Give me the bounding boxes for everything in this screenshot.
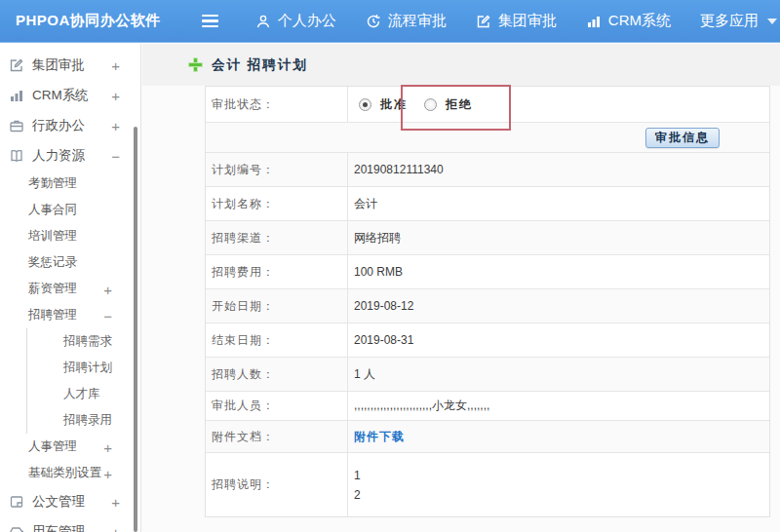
field-value: 会计 xyxy=(348,187,769,220)
collapse-icon[interactable]: − xyxy=(103,307,112,323)
expand-icon[interactable]: + xyxy=(103,281,112,297)
attachment-download-link[interactable]: 附件下载 xyxy=(354,429,405,445)
book-icon xyxy=(9,148,25,164)
nav-item-3[interactable]: 集团审批 xyxy=(476,12,557,30)
expand-icon[interactable]: + xyxy=(111,523,120,532)
field-value: 20190812111340 xyxy=(348,153,769,186)
sidebar-item-label: 人力资源 xyxy=(32,147,85,165)
field-value: 12 xyxy=(348,453,769,516)
nav-item-label: CRM系统 xyxy=(608,12,671,30)
sidebar-item-5[interactable]: 考勤管理 xyxy=(0,171,140,197)
expand-icon[interactable]: + xyxy=(103,465,112,481)
sidebar-scrollbar[interactable] xyxy=(134,127,137,532)
approval-info-button[interactable]: 审批信息 xyxy=(645,128,720,148)
nav-item-4[interactable]: CRM系统 xyxy=(586,12,671,30)
approval-radio-group: 批准 拒绝 xyxy=(354,96,481,113)
nav-item-5[interactable]: 更多应用 xyxy=(700,12,777,30)
sidebar-item-11[interactable]: 招聘需求 xyxy=(26,328,140,355)
add-icon xyxy=(188,57,203,72)
nav-item-label: 个人办公 xyxy=(278,12,336,30)
sidebar-item-label: 行政办公 xyxy=(32,117,85,134)
value-line: 1 xyxy=(354,469,361,482)
document-icon xyxy=(9,494,25,510)
sidebar-item-12[interactable]: 招聘计划 xyxy=(26,355,140,381)
nav-item-1[interactable]: 个人办公 xyxy=(255,12,336,30)
flow-icon xyxy=(366,14,381,29)
value-line: 2 xyxy=(354,488,361,502)
sidebar-item-1[interactable]: 集团审批+ xyxy=(0,50,140,80)
sidebar-item-label: 考勤管理 xyxy=(28,175,77,192)
sidebar-item-14[interactable]: 招聘录用 xyxy=(26,407,140,434)
sidebar: 集团审批+CRM系统+行政办公+人力资源−考勤管理人事合同培训管理奖惩记录薪资管… xyxy=(0,44,141,532)
nav-item-label: 流程审批 xyxy=(388,12,447,30)
form-row: 招聘说明：12 xyxy=(206,453,769,516)
form-row: 结束日期：2019-08-31 xyxy=(206,323,769,358)
field-label: 计划编号： xyxy=(206,153,348,186)
sidebar-item-10[interactable]: 招聘管理− xyxy=(0,302,140,328)
recruit-plan-form: 审批状态： 批准 拒绝 审批信息 计划编号：20190812111340计划名称… xyxy=(205,86,770,517)
sidebar-item-label: 招聘计划 xyxy=(63,360,112,376)
sidebar-item-7[interactable]: 培训管理 xyxy=(0,223,140,249)
form-row: 开始日期：2019-08-12 xyxy=(206,289,769,323)
app-title: PHPOA协同办公软件 xyxy=(0,12,161,30)
field-label: 审批人员： xyxy=(206,392,348,420)
form-row: 招聘人数：1 人 xyxy=(206,358,769,392)
expand-icon[interactable]: + xyxy=(111,57,120,73)
nav-item-label: 更多应用 xyxy=(700,12,759,30)
field-label: 附件文档： xyxy=(206,421,348,452)
sidebar-item-4[interactable]: 人力资源− xyxy=(0,140,140,171)
field-label: 结束日期： xyxy=(206,323,348,357)
form-row: 计划编号：20190812111340 xyxy=(206,153,769,187)
nav-item-2[interactable]: 流程审批 xyxy=(366,12,447,30)
sidebar-item-6[interactable]: 人事合同 xyxy=(0,197,140,223)
form-row: 计划名称：会计 xyxy=(206,187,769,221)
field-value: 2019-08-12 xyxy=(348,289,769,323)
approval-status-row: 审批状态： 批准 拒绝 xyxy=(206,87,769,123)
sidebar-item-label: 培训管理 xyxy=(28,228,77,245)
approve-radio[interactable] xyxy=(359,98,371,111)
sidebar-item-8[interactable]: 奖惩记录 xyxy=(0,249,140,276)
collapse-icon[interactable]: − xyxy=(111,147,120,164)
main-content: 会计 招聘计划 审批状态： 批准 拒绝 审批信息 xyxy=(142,44,780,532)
field-label: 审批状态： xyxy=(206,87,348,122)
reject-radio[interactable] xyxy=(424,98,437,111)
edit-icon xyxy=(9,57,25,73)
field-label: 开始日期： xyxy=(206,289,348,323)
expand-icon[interactable]: + xyxy=(111,117,120,133)
sidebar-item-label: 基础类别设置 xyxy=(28,465,101,481)
car-icon xyxy=(9,524,25,532)
nav-item-label: 集团审批 xyxy=(498,12,557,30)
sidebar-item-18[interactable]: 用车管理+ xyxy=(0,516,140,532)
field-label: 计划名称： xyxy=(206,187,348,220)
sidebar-item-13[interactable]: 人才库 xyxy=(26,381,140,407)
field-label: 招聘说明： xyxy=(206,453,348,516)
sidebar-item-16[interactable]: 基础类别设置+ xyxy=(0,460,140,486)
sidebar-item-label: 人才库 xyxy=(63,386,100,402)
caret-down-icon[interactable] xyxy=(767,19,777,24)
field-label: 招聘渠道： xyxy=(206,221,348,254)
phpoa-app: PHPOA协同办公软件 个人办公流程审批集团审批CRM系统更多应用 集团审批+C… xyxy=(0,0,780,532)
sidebar-item-label: 公文管理 xyxy=(32,493,85,511)
expand-icon[interactable]: + xyxy=(111,493,120,510)
expand-icon[interactable]: + xyxy=(103,438,112,455)
chart-icon xyxy=(9,88,25,103)
expand-icon[interactable]: + xyxy=(111,87,120,103)
menu-icon[interactable] xyxy=(202,15,218,28)
sidebar-item-9[interactable]: 薪资管理+ xyxy=(0,276,140,302)
field-value: 2019-08-31 xyxy=(348,323,769,357)
sidebar-item-label: 奖惩记录 xyxy=(28,254,77,271)
field-value: 网络招聘 xyxy=(348,221,769,254)
sidebar-item-2[interactable]: CRM系统+ xyxy=(0,80,140,110)
field-label: 招聘费用： xyxy=(206,255,348,288)
sidebar-item-label: CRM系统 xyxy=(32,87,89,104)
form-row: 附件文档：附件下载 xyxy=(206,421,769,453)
sidebar-item-15[interactable]: 人事管理+ xyxy=(0,434,140,460)
approve-radio-label: 批准 xyxy=(380,96,408,113)
sidebar-item-3[interactable]: 行政办公+ xyxy=(0,110,140,140)
form-row: 审批人员：,,,,,,,,,,,,,,,,,,,,,,,,小龙女,,,,,,, xyxy=(206,392,769,421)
top-nav: 个人办公流程审批集团审批CRM系统更多应用 xyxy=(202,12,777,30)
field-value: 100 RMB xyxy=(348,255,769,288)
sidebar-item-17[interactable]: 公文管理+ xyxy=(0,486,140,516)
sidebar-item-label: 人事合同 xyxy=(28,202,77,218)
chart-icon xyxy=(586,14,602,29)
